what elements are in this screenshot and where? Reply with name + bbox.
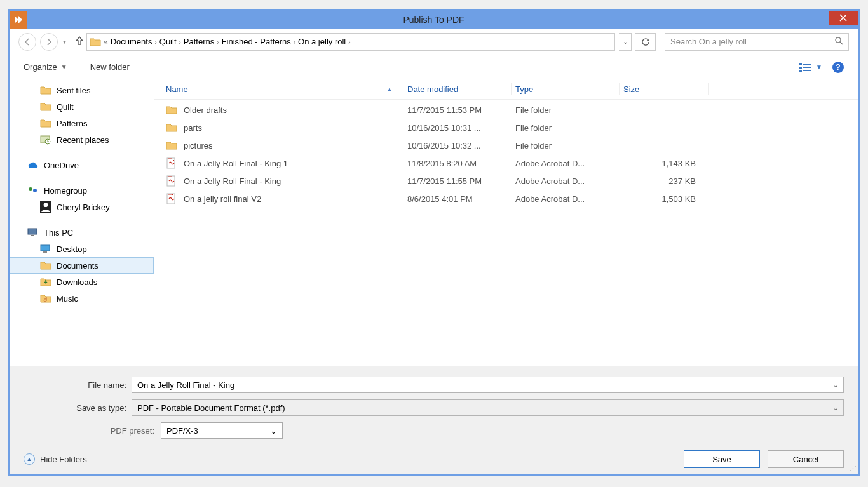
sidebar-item-label: Desktop: [57, 244, 87, 254]
organize-menu[interactable]: Organize ▼: [24, 62, 67, 72]
chevron-down-icon: ▼: [816, 63, 822, 70]
sidebar-item-label: Homegroup: [44, 186, 87, 196]
file-row[interactable]: pictures10/16/2015 10:32 ...File folder: [162, 137, 858, 154]
publish-pdf-dialog: Publish To PDF ▾ « Documents›Quilt›Patte…: [8, 9, 860, 476]
file-row[interactable]: On a Jelly Roll Final - King 111/8/2015 …: [162, 154, 858, 172]
resize-grip[interactable]: ⋰: [850, 465, 855, 473]
sidebar-item-user[interactable]: Cheryl Brickey: [10, 199, 154, 215]
chevron-up-icon: ▲: [24, 453, 35, 465]
file-row[interactable]: On a Jelly Roll Final - King11/7/2015 11…: [162, 172, 858, 190]
column-date[interactable]: Date modified: [403, 83, 512, 95]
saveastype-value: PDF - Portable Document Format (*.pdf): [137, 403, 285, 413]
breadcrumb: Documents›Quilt›Patterns›Finished - Patt…: [111, 37, 353, 46]
file-row[interactable]: On a jelly roll final V28/6/2015 4:01 PM…: [162, 190, 858, 208]
back-button[interactable]: [18, 33, 36, 51]
new-folder-button[interactable]: New folder: [90, 62, 130, 72]
sidebar-item-downloads[interactable]: Downloads: [10, 274, 154, 290]
pdf-icon: [166, 176, 177, 186]
file-type: File folder: [512, 105, 620, 115]
help-button[interactable]: ?: [832, 62, 844, 73]
column-name[interactable]: Name ▲: [162, 83, 403, 95]
cancel-label: Cancel: [793, 455, 818, 464]
chevron-right-icon: ›: [177, 39, 184, 46]
file-list[interactable]: Older drafts11/7/2015 11:53 PMFile folde…: [154, 100, 858, 366]
svg-rect-13: [28, 229, 37, 234]
column-label: Size: [623, 84, 639, 94]
up-button[interactable]: [71, 36, 83, 48]
sidebar-item[interactable]: Recent places: [10, 131, 154, 148]
search-icon: [834, 36, 843, 47]
recent-places-icon: [40, 135, 51, 145]
sidebar-item[interactable]: Quilt: [10, 98, 154, 115]
file-name: On a Jelly Roll Final - King 1: [184, 159, 288, 168]
sidebar-item-desktop[interactable]: Desktop: [10, 241, 154, 257]
person-icon: [40, 202, 51, 212]
search-input[interactable]: [670, 37, 834, 46]
pdf-preset-select[interactable]: PDF/X-3 ⌄: [161, 422, 283, 439]
sidebar-item-label: OneDrive: [44, 161, 79, 170]
saveastype-select[interactable]: PDF - Portable Document Format (*.pdf) ⌄: [132, 399, 844, 416]
sidebar-item-onedrive[interactable]: OneDrive: [10, 157, 154, 173]
close-button[interactable]: [829, 11, 858, 25]
sidebar-item[interactable]: Sent files: [10, 82, 154, 98]
breadcrumb-segment[interactable]: On a jelly roll: [298, 37, 346, 46]
sidebar-item[interactable]: Patterns: [10, 115, 154, 131]
search-box[interactable]: [665, 33, 849, 51]
svg-point-12: [44, 203, 48, 207]
column-type[interactable]: Type: [512, 83, 620, 95]
cancel-button[interactable]: Cancel: [768, 450, 844, 468]
toolbar: Organize ▼ New folder ▼ ?: [10, 55, 858, 79]
sidebar[interactable]: Sent filesQuiltPatternsRecent places One…: [10, 79, 154, 366]
sidebar-item-thispc[interactable]: This PC: [10, 224, 154, 241]
folder-icon: [40, 277, 51, 287]
svg-rect-17: [167, 158, 175, 168]
folder-icon: [90, 37, 101, 47]
filename-label: File name:: [24, 380, 132, 390]
history-dropdown[interactable]: ▾: [62, 38, 67, 45]
sidebar-item-label: Recent places: [57, 135, 109, 145]
file-type: File folder: [512, 123, 620, 133]
app-icon: [10, 11, 27, 29]
svg-rect-19: [167, 194, 175, 204]
breadcrumb-segment[interactable]: Documents: [111, 37, 153, 46]
svg-rect-14: [31, 235, 34, 236]
save-button[interactable]: Save: [684, 450, 760, 468]
folder-icon: [40, 244, 51, 254]
chevron-down-icon: ⌄: [833, 382, 838, 389]
file-size: 1,143 KB: [620, 159, 709, 168]
sidebar-item-label: Quilt: [57, 102, 74, 112]
sidebar-item-documents[interactable]: Documents: [10, 257, 154, 274]
breadcrumb-segment[interactable]: Quilt: [159, 37, 177, 46]
pdf-preset-label: PDF preset:: [24, 426, 161, 436]
chevron-right-icon: ›: [291, 39, 298, 46]
chevron-down-icon: ⌄: [833, 404, 838, 411]
address-dropdown[interactable]: ⌄: [619, 33, 632, 51]
filename-input[interactable]: On a Jelly Roll Final - King ⌄: [132, 377, 844, 393]
file-name: Older drafts: [184, 105, 227, 115]
hide-folders-label: Hide Folders: [40, 455, 87, 464]
file-row[interactable]: Older drafts11/7/2015 11:53 PMFile folde…: [162, 101, 858, 119]
file-date: 11/8/2015 8:20 AM: [403, 159, 512, 168]
file-row[interactable]: parts10/16/2015 10:31 ...File folder: [162, 119, 858, 137]
view-button[interactable]: ▼: [799, 63, 822, 72]
pdf-preset-value: PDF/X-3: [166, 426, 198, 436]
organize-label: Organize: [24, 62, 57, 72]
svg-rect-15: [41, 245, 50, 251]
forward-button[interactable]: [40, 33, 58, 51]
breadcrumb-segment[interactable]: Patterns: [184, 37, 214, 46]
file-date: 11/7/2015 11:55 PM: [403, 177, 512, 186]
svg-rect-18: [167, 176, 175, 186]
hide-folders-toggle[interactable]: ▲ Hide Folders: [24, 453, 87, 465]
file-date: 8/6/2015 4:01 PM: [403, 194, 512, 204]
column-label: Date modified: [407, 84, 458, 94]
column-headers: Name ▲ Date modified Type Size: [154, 79, 858, 100]
sidebar-item-homegroup[interactable]: Homegroup: [10, 182, 154, 199]
address-bar[interactable]: « Documents›Quilt›Patterns›Finished - Pa…: [86, 33, 615, 51]
refresh-button[interactable]: [635, 33, 656, 51]
column-size[interactable]: Size: [620, 83, 709, 95]
sidebar-item-music[interactable]: Music: [10, 290, 154, 307]
cloud-icon: [27, 160, 39, 170]
folder-icon: [166, 105, 177, 115]
breadcrumb-segment[interactable]: Finished - Patterns: [222, 37, 291, 46]
svg-rect-1: [799, 63, 802, 65]
